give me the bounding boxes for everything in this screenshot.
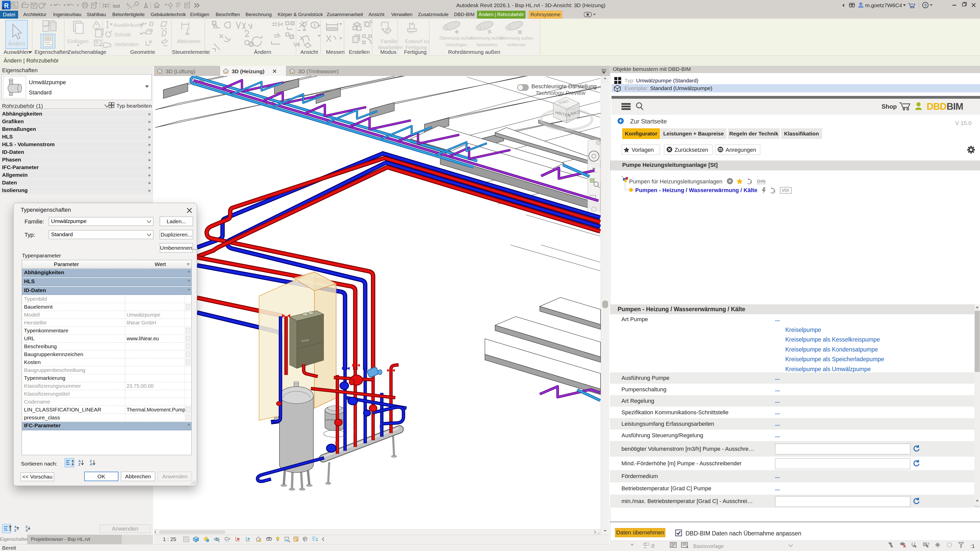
svg-text:Ändern: Ändern [254, 49, 271, 55]
svg-text:Shop: Shop [881, 103, 897, 110]
svg-text:Erstellen: Erstellen [349, 49, 370, 55]
svg-text:Zurücksetzen: Zurücksetzen [675, 147, 708, 153]
svg-text:Auswählen: Auswählen [3, 49, 30, 55]
svg-text:Beschleunigte Darstellung: Beschleunigte Darstellung [531, 83, 597, 89]
svg-text:Technology Preview: Technology Preview [535, 90, 586, 96]
svg-text:Dämmung außen: Dämmung außen [500, 36, 533, 41]
svg-text:m.goetz7W6C4: m.goetz7W6C4 [865, 2, 902, 8]
svg-text:A: A [90, 462, 92, 466]
svg-text:R: R [4, 2, 9, 9]
svg-text:Schnitt: Schnitt [115, 32, 130, 38]
svg-text:Aktivieren: Aktivieren [177, 38, 200, 44]
svg-text:BIM: BIM [947, 101, 963, 112]
svg-text:Basisvorlage: Basisvorlage [693, 543, 724, 549]
svg-text:Eigenschaften: Eigenschaften [35, 49, 68, 55]
svg-text:Z: Z [14, 529, 16, 532]
svg-text:Ausklinkung: Ausklinkung [114, 22, 142, 28]
svg-text:A: A [25, 529, 28, 532]
svg-text:Z: Z [25, 525, 27, 529]
svg-text:Ansicht: Ansicht [301, 49, 318, 55]
svg-text:A: A [14, 525, 17, 529]
svg-text::0: :0 [650, 543, 655, 549]
svg-text:entfernen: entfernen [508, 42, 526, 47]
svg-text:Einfügen: Einfügen [67, 38, 89, 44]
svg-text:3D (Lüftung): 3D (Lüftung) [165, 68, 196, 74]
svg-text:3D (Heizung): 3D (Heizung) [232, 68, 264, 74]
svg-text:Verbinden: Verbinden [115, 41, 138, 47]
svg-text:hinzufügen: hinzufügen [445, 42, 467, 47]
svg-text:Vorlagen: Vorlagen [632, 147, 654, 153]
svg-text:Geometrie: Geometrie [130, 49, 155, 55]
svg-text:VDI: VDI [782, 188, 789, 193]
svg-text:Familie: Familie [381, 38, 397, 44]
svg-text:Entwurf zu: Entwurf zu [405, 38, 429, 44]
svg-text:Z: Z [78, 462, 80, 466]
svg-text:DBD: DBD [927, 101, 946, 112]
svg-text:Rohrdämmung außen: Rohrdämmung außen [448, 49, 500, 55]
svg-text:Ändern: Ändern [8, 41, 25, 46]
svg-text:3D (Trinkwasser): 3D (Trinkwasser) [298, 68, 339, 74]
svg-text:Anregungen: Anregungen [725, 147, 756, 153]
svg-text:Zwischenablage: Zwischenablage [68, 49, 107, 55]
svg-text:DIN: DIN [757, 179, 765, 184]
svg-text::1: :1 [970, 543, 975, 549]
svg-text:bearbeiten: bearbeiten [477, 42, 497, 47]
svg-text:Fertigung: Fertigung [404, 49, 427, 55]
svg-text:Modus: Modus [380, 49, 396, 55]
svg-text:Dämmung außen: Dämmung außen [439, 36, 473, 41]
svg-text:Dämmung außen: Dämmung außen [470, 36, 504, 41]
svg-text:Messen: Messen [326, 49, 345, 55]
svg-text:?: ? [924, 3, 927, 8]
svg-text:Steuerelemente: Steuerelemente [172, 49, 210, 55]
